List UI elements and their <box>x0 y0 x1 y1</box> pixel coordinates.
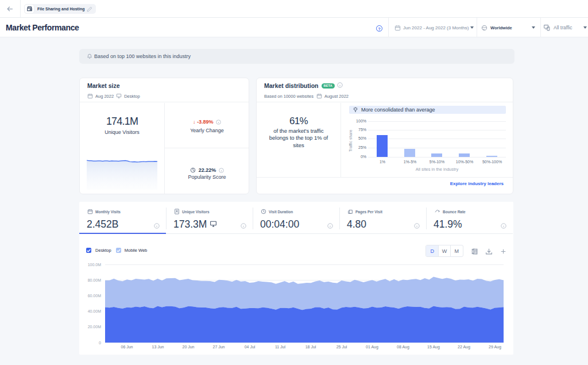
svg-text:20 Jun: 20 Jun <box>182 345 194 349</box>
svg-text:04 Jul: 04 Jul <box>245 345 256 349</box>
svg-text:15 Aug: 15 Aug <box>427 345 440 349</box>
svg-text:0: 0 <box>99 341 101 345</box>
svg-text:11 Jul: 11 Jul <box>275 345 286 349</box>
svg-text:01 Aug: 01 Aug <box>366 345 378 349</box>
svg-text:80.00M: 80.00M <box>88 278 102 282</box>
svg-text:08 Aug: 08 Aug <box>397 345 409 349</box>
svg-text:18 Jul: 18 Jul <box>305 345 316 349</box>
svg-text:60.00M: 60.00M <box>88 294 102 298</box>
svg-text:20.00M: 20.00M <box>88 325 102 329</box>
svg-text:06 Jun: 06 Jun <box>121 345 133 349</box>
svg-text:29 Aug: 29 Aug <box>489 345 501 349</box>
svg-text:13 Jun: 13 Jun <box>152 345 164 349</box>
svg-text:100.0M: 100.0M <box>88 263 102 267</box>
svg-text:22 Aug: 22 Aug <box>458 345 470 349</box>
svg-text:27 Jun: 27 Jun <box>212 345 225 349</box>
svg-text:40.00M: 40.00M <box>88 309 102 313</box>
svg-text:25 Jul: 25 Jul <box>336 345 347 349</box>
